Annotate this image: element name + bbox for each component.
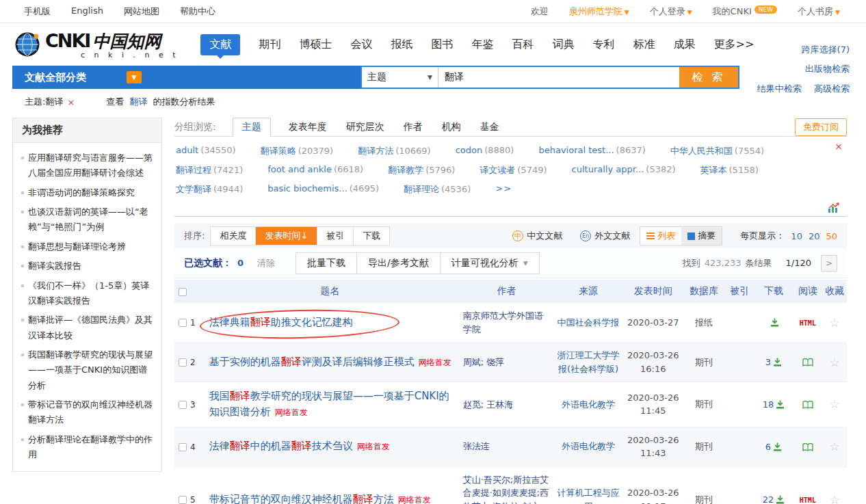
download-icon[interactable] [776, 399, 785, 410]
result-title-link[interactable]: 基于实例的机器翻译评测及译后编辑修正模式 [209, 356, 415, 368]
col-header-5[interactable]: 被引 [725, 280, 755, 303]
result-title-link[interactable]: 法律典籍翻译助推文化记忆建构 [209, 316, 353, 328]
col-header-0[interactable]: 题名 [200, 280, 460, 303]
favorite-star-icon[interactable]: ☆ [830, 397, 840, 411]
search-button[interactable]: 检 索 [679, 67, 738, 88]
row-checkbox[interactable] [179, 496, 187, 504]
nav-item-9[interactable]: 专利 [592, 38, 614, 52]
category-dropdown-icon[interactable]: ▼ [127, 71, 142, 83]
col-header-4[interactable]: 数据库 [683, 280, 725, 303]
group-tag-14[interactable]: 翻译理论(4536) [404, 183, 471, 196]
batch-download-button[interactable]: 批量下载 [296, 253, 356, 274]
result-authors[interactable]: 艾山·吾买尔;斯拉吉艾合麦提·如则麦麦提;西热艾力·海热拉;刘文其;吐尔根·依布… [463, 475, 549, 504]
col-header-2[interactable]: 来源 [553, 280, 623, 303]
cnki-logo[interactable]: CNKI 中国知网 c n k i . n e t [14, 30, 179, 59]
nav-item-7[interactable]: 百科 [512, 38, 534, 52]
topbar-link-1[interactable]: English [71, 5, 103, 18]
recommend-item-7[interactable]: 我国翻译教学研究的现状与展望——一项基于CNKI的知识图谱分析 [21, 345, 153, 395]
group-tag-0[interactable]: adult(34550) [176, 145, 236, 157]
result-title-link[interactable]: 我国翻译教学研究的现状与展望——一项基于CNKI的知识图谱分析 [209, 390, 449, 418]
topbar-link-2[interactable]: 网站地图 [124, 5, 159, 18]
read-book-icon[interactable] [802, 442, 813, 452]
select-all-checkbox[interactable] [179, 288, 187, 296]
tag-link-14[interactable]: 翻译理论 [404, 184, 439, 194]
group-tab-5[interactable]: 基金 [479, 118, 501, 136]
remove-filter-icon[interactable]: × [67, 97, 75, 107]
group-tag-8[interactable]: 翻译教学(5796) [388, 164, 455, 176]
topbar-link-0[interactable]: 手机版 [24, 5, 51, 18]
recommend-item-8[interactable]: 带标记音节的双向维汉神经机器翻译方法 [21, 395, 153, 430]
close-panel-icon[interactable]: × [835, 141, 843, 152]
result-title-link[interactable]: 带标记音节的双向维汉神经机器翻译方法 [209, 493, 394, 504]
col-header-7[interactable]: 阅读 [793, 280, 822, 303]
nav-item-10[interactable]: 标准 [633, 38, 655, 52]
nav-item-11[interactable]: 成果 [673, 38, 695, 52]
group-tag-2[interactable]: 翻译方法(10669) [358, 145, 431, 157]
tag-link-10[interactable]: culturally appr... [572, 164, 644, 174]
category-bar[interactable]: 文献全部分类 ▼ [12, 66, 360, 89]
group-tag-3[interactable]: codon(8880) [456, 145, 514, 157]
favorite-star-icon[interactable]: ☆ [830, 356, 840, 369]
group-tag-11[interactable]: 英译本(5158) [700, 164, 759, 176]
tag-link-12[interactable]: 文学翻译 [176, 184, 211, 194]
favorite-star-icon[interactable]: ☆ [830, 440, 840, 453]
row-checkbox[interactable] [179, 319, 187, 327]
nav-item-6[interactable]: 年鉴 [471, 38, 493, 52]
group-tag-7[interactable]: foot and ankle(6618) [267, 164, 363, 176]
favorite-star-icon[interactable]: ☆ [830, 316, 840, 330]
download-icon[interactable] [770, 317, 779, 328]
tag-link-7[interactable]: foot and ankle [267, 164, 332, 174]
group-tag-4[interactable]: behavioral test...(8637) [538, 145, 645, 157]
personal-library-menu[interactable]: 个人书房▼ [798, 5, 840, 18]
group-tab-0[interactable]: 主题 [233, 118, 271, 137]
recommend-item-4[interactable]: 翻译实践报告 [21, 256, 153, 276]
row-checkbox[interactable] [179, 443, 187, 451]
tag-link-9[interactable]: 译文读者 [480, 165, 515, 175]
read-html-link[interactable]: HTML [800, 496, 816, 504]
result-authors[interactable]: 赵觅; 王林海 [463, 399, 514, 410]
result-authors[interactable]: 南京师范大学外国语学院 [463, 310, 543, 334]
index-analysis-keyword-link[interactable]: 翻译 [129, 96, 147, 107]
publication-search-link[interactable]: 出版物检索 [805, 64, 850, 74]
nav-item-0[interactable]: 文献 [200, 34, 240, 55]
trend-chart-icon[interactable] [828, 202, 840, 213]
nav-item-3[interactable]: 会议 [350, 38, 372, 52]
per-page-10[interactable]: 10 [791, 231, 802, 241]
recommend-item-9[interactable]: 分析翻译理论在翻译教学中的作用 [21, 430, 153, 465]
next-page-button[interactable]: > [821, 255, 837, 271]
visual-analysis-button[interactable]: 计量可视化分析 ▼ [440, 253, 539, 274]
per-page-20[interactable]: 20 [809, 231, 820, 241]
recommend-item-0[interactable]: 应用翻译研究与语言服务——第八届全国应用翻译研讨会综述 [21, 148, 153, 183]
group-tag-6[interactable]: 翻译过程(7421) [176, 164, 243, 176]
sort-option-2[interactable]: 被引 [317, 227, 353, 245]
col-header-6[interactable]: 下载 [754, 280, 793, 303]
sort-option-3[interactable]: 下载 [353, 227, 389, 245]
download-icon[interactable] [773, 357, 782, 367]
result-source-link[interactable]: 中国社会科学报 [557, 317, 620, 328]
col-header-8[interactable]: 收藏 [822, 280, 847, 303]
institution-menu[interactable]: 泉州师范学院▼ [569, 5, 629, 18]
search-field-select[interactable]: 主题 ▼ [362, 67, 438, 88]
recommend-item-2[interactable]: 也谈汉语新词的英译——以“老赖”与“艳照门”为例 [21, 202, 153, 237]
topbar-link-3[interactable]: 帮助中心 [180, 5, 215, 18]
result-source-link[interactable]: 计算机工程与应用 [557, 488, 620, 504]
download-icon[interactable] [773, 442, 782, 452]
nav-item-4[interactable]: 报纸 [391, 38, 412, 52]
result-authors[interactable]: 张法连 [463, 441, 490, 451]
tag-link-13[interactable]: basic biochemis... [267, 183, 347, 194]
foreign-literature-filter[interactable]: En 外文文献 [580, 230, 630, 242]
list-view-button[interactable]: 列表 [640, 227, 681, 245]
tag-link-2[interactable]: 翻译方法 [358, 146, 393, 156]
export-reference-button[interactable]: 导出/参考文献 [356, 253, 440, 274]
group-tag-12[interactable]: 文学翻译(4944) [176, 183, 243, 196]
result-source-link[interactable]: 浙江理工大学学报(社会科学版) [557, 350, 620, 374]
abstract-view-button[interactable]: 摘要 [681, 227, 722, 245]
read-html-link[interactable]: HTML [800, 319, 816, 327]
group-tag-5[interactable]: 中华人民共和国(7554) [670, 145, 764, 157]
group-tab-1[interactable]: 发表年度 [287, 118, 328, 136]
read-book-icon[interactable] [802, 399, 813, 410]
clear-selection-link[interactable]: 清除 [257, 257, 275, 269]
nav-item-2[interactable]: 博硕士 [299, 38, 332, 52]
tag-link-0[interactable]: adult [176, 145, 198, 155]
personal-login-menu[interactable]: 个人登录▼ [650, 5, 692, 18]
